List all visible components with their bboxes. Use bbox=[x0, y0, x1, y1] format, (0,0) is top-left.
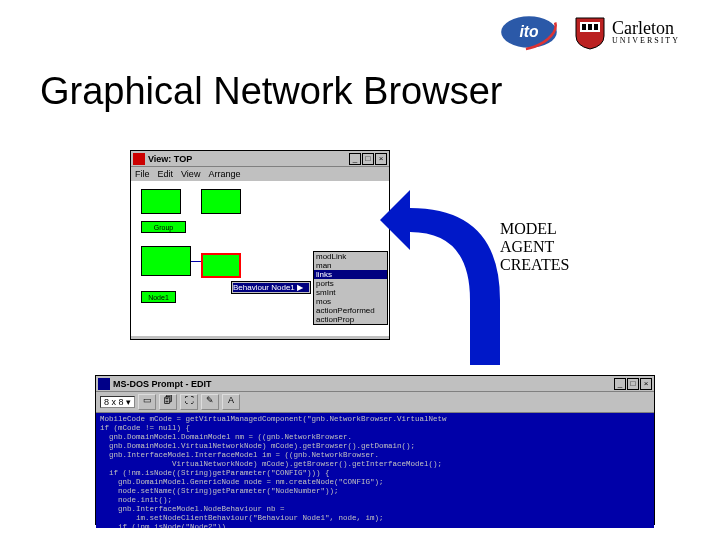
font-size-select[interactable]: 8 x 8 ▾ bbox=[100, 396, 135, 408]
slide-title: Graphical Network Browser bbox=[40, 70, 502, 113]
group-node[interactable]: Group bbox=[141, 221, 186, 233]
props-icon[interactable]: ✎ bbox=[201, 394, 219, 410]
dos-titlebar: MS-DOS Prompt - EDIT _ □ × bbox=[96, 376, 654, 392]
logo-area: ito Carleton UNIVERSITY bbox=[494, 12, 680, 52]
node-box[interactable] bbox=[141, 246, 191, 276]
dos-close-button[interactable]: × bbox=[640, 378, 652, 390]
annotation-line: AGENT bbox=[500, 238, 569, 256]
svg-rect-3 bbox=[582, 24, 586, 30]
dos-maximize-button[interactable]: □ bbox=[627, 378, 639, 390]
ito-text: ito bbox=[519, 23, 539, 40]
dos-title: MS-DOS Prompt - EDIT bbox=[113, 379, 212, 389]
wire bbox=[191, 261, 201, 262]
app-titlebar: View: TOP _ □ × bbox=[131, 151, 389, 167]
dos-toolbar: 8 x 8 ▾ ▭ 🗐 ⛶ ✎ A bbox=[96, 392, 654, 413]
context-menu-item[interactable]: Behaviour Node1 bbox=[233, 283, 295, 292]
carleton-crest-icon bbox=[574, 14, 606, 50]
node-box[interactable] bbox=[141, 189, 181, 214]
carleton-sub: UNIVERSITY bbox=[612, 37, 680, 45]
dos-icon bbox=[98, 378, 110, 390]
context-menu[interactable]: Behaviour Node1 ▶ bbox=[231, 281, 311, 294]
app-icon bbox=[133, 153, 145, 165]
copy-icon[interactable]: ▭ bbox=[138, 394, 156, 410]
menu-file[interactable]: File bbox=[135, 169, 150, 179]
minimize-button[interactable]: _ bbox=[349, 153, 361, 165]
app-menubar: File Edit View Arrange bbox=[131, 167, 389, 181]
dos-code-area[interactable]: MobileCode mCode = getVirtualManagedComp… bbox=[96, 413, 654, 528]
fullscreen-icon[interactable]: ⛶ bbox=[180, 394, 198, 410]
annotation-line: MODEL bbox=[500, 220, 569, 238]
ito-logo: ito bbox=[494, 12, 564, 52]
node-selected[interactable] bbox=[201, 253, 241, 278]
node-box[interactable] bbox=[201, 189, 241, 214]
maximize-button[interactable]: □ bbox=[362, 153, 374, 165]
font-icon[interactable]: A bbox=[222, 394, 240, 410]
paste-icon[interactable]: 🗐 bbox=[159, 394, 177, 410]
menu-view[interactable]: View bbox=[181, 169, 200, 179]
annotation-text: MODEL AGENT CREATES bbox=[500, 220, 569, 274]
dos-window: MS-DOS Prompt - EDIT _ □ × 8 x 8 ▾ ▭ 🗐 ⛶… bbox=[95, 375, 655, 525]
svg-rect-5 bbox=[594, 24, 598, 30]
node1-label-box[interactable]: Node1 bbox=[141, 291, 176, 303]
app-title: View: TOP bbox=[148, 154, 192, 164]
menu-edit[interactable]: Edit bbox=[158, 169, 174, 179]
svg-rect-4 bbox=[588, 24, 592, 30]
annotation-line: CREATES bbox=[500, 256, 569, 274]
menu-arrange[interactable]: Arrange bbox=[208, 169, 240, 179]
dos-minimize-button[interactable]: _ bbox=[614, 378, 626, 390]
carleton-logo: Carleton UNIVERSITY bbox=[574, 14, 680, 50]
submenu-arrow-icon: ▶ bbox=[297, 283, 303, 292]
carleton-name: Carleton bbox=[612, 18, 674, 38]
gnb-app-window: View: TOP _ □ × File Edit View Arrange G… bbox=[130, 150, 390, 340]
close-button[interactable]: × bbox=[375, 153, 387, 165]
